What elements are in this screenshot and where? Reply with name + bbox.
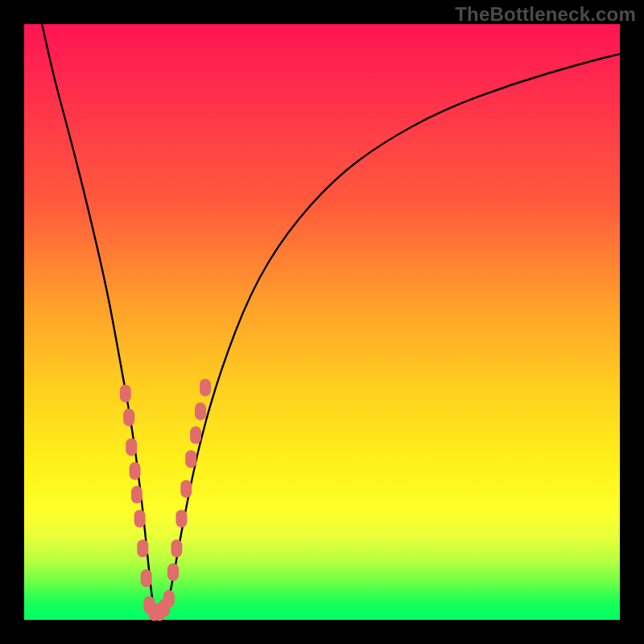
marker-dot [200,378,211,396]
marker-dot [171,539,182,557]
marker-dot [137,539,148,557]
marker-dot [131,486,142,504]
marker-dot [120,385,131,402]
marker-dot [126,438,137,456]
marker-dot [180,480,192,497]
marker-dot [163,590,175,608]
marker-dot [123,408,134,426]
marker-dot [141,569,152,587]
marker-dot [134,510,146,527]
plot-area [24,24,620,620]
curve-markers [120,378,211,621]
bottleneck-curve [42,24,620,620]
chart-svg [24,24,620,620]
marker-dot [195,402,206,420]
marker-dot [175,510,187,527]
marker-dot [190,427,201,444]
watermark-text: TheBottleneck.com [455,3,636,26]
chart-frame: TheBottleneck.com [0,0,644,644]
marker-dot [185,450,196,468]
marker-dot [167,564,179,581]
marker-dot [130,462,141,480]
